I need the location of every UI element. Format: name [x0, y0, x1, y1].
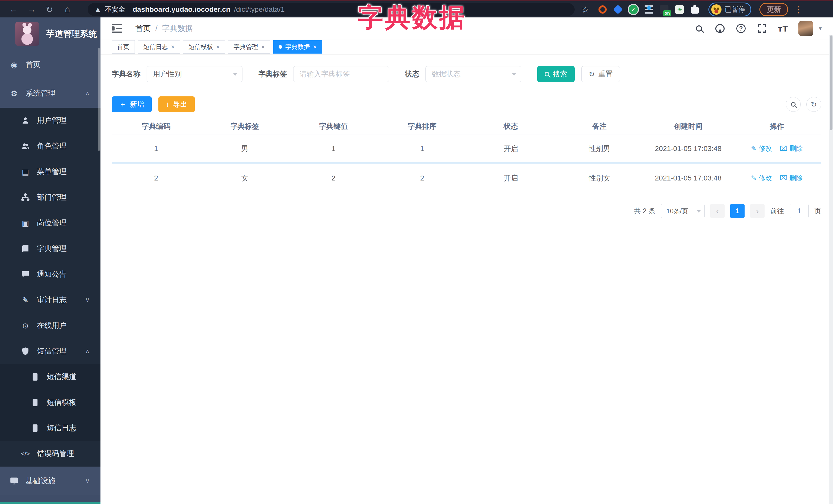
extension-icon-check[interactable]: ✓: [628, 5, 638, 14]
browser-update-button[interactable]: 更新: [759, 3, 788, 16]
profile-paused-pill[interactable]: 已暂停: [709, 3, 751, 17]
dict-tag-input[interactable]: 请输入字典标签: [293, 66, 389, 82]
status-select[interactable]: 数据状态: [426, 66, 521, 82]
tag-home[interactable]: 首页: [112, 40, 135, 54]
toggle-search-button[interactable]: [786, 97, 801, 112]
sidebar-item-audit-log[interactable]: ✎ 审计日志 ∨: [0, 287, 100, 313]
github-icon[interactable]: [714, 23, 725, 34]
forward-icon[interactable]: →: [24, 3, 40, 16]
sidebar-item-dict[interactable]: 字典管理: [0, 236, 100, 262]
sidebar-item-system[interactable]: ⚙ 系统管理 ∧: [0, 79, 100, 108]
reset-button[interactable]: ↻ 重置: [581, 66, 620, 82]
refresh-icon: ↻: [811, 100, 816, 109]
page-size-select[interactable]: 10条/页: [661, 204, 705, 218]
tag-dict-manage[interactable]: 字典管理×: [228, 40, 270, 54]
menu-list-icon: ▤: [20, 167, 31, 176]
extension-icon-sliders[interactable]: [644, 5, 653, 14]
search-icon: [791, 102, 795, 106]
scrollbar-thumb[interactable]: [830, 35, 832, 130]
font-size-icon[interactable]: тT: [777, 23, 789, 34]
dict-name-select[interactable]: 用户性别: [147, 66, 242, 82]
edit-link[interactable]: ✎修改: [751, 173, 772, 183]
sidebar-scrollbar[interactable]: [98, 48, 100, 151]
prev-page-button[interactable]: ‹: [710, 204, 724, 218]
sidebar-item-sms-template[interactable]: 短信模板: [0, 390, 100, 415]
tag-sms-log[interactable]: 短信日志×: [138, 40, 180, 54]
bookmark-star-icon[interactable]: ☆: [581, 4, 589, 15]
org-tree-icon: [20, 193, 31, 201]
page-1-button[interactable]: 1: [730, 204, 744, 218]
chevron-down-icon: [512, 73, 517, 76]
reload-icon[interactable]: ↻: [42, 3, 57, 16]
goto-page-input[interactable]: 1: [790, 204, 809, 218]
extension-icon-sprout[interactable]: ❧: [674, 5, 684, 14]
edit-link[interactable]: ✎修改: [751, 144, 772, 153]
col-status: 状态: [467, 121, 555, 131]
sidebar-item-infrastructure[interactable]: 基础设施 ∨: [0, 466, 100, 495]
tag-dict-data[interactable]: 字典数据×: [273, 40, 322, 54]
roles-icon: [20, 142, 31, 150]
search-icon: [545, 72, 549, 76]
trash-icon: ⌧: [780, 145, 787, 152]
sidebar-item-online-users[interactable]: ⊙ 在线用户: [0, 313, 100, 338]
next-page-button[interactable]: ›: [750, 204, 765, 218]
sidebar-item-error-codes[interactable]: </> 错误码管理: [0, 441, 100, 466]
browser-menu-icon[interactable]: ⋮: [794, 4, 803, 15]
col-actions: 操作: [733, 121, 821, 131]
address-bar[interactable]: ▲ 不安全 dashboard.yudao.iocoder.cn /dict/t…: [88, 3, 575, 16]
sidebar-item-users[interactable]: 用户管理: [0, 108, 100, 133]
extension-icon-orange[interactable]: [598, 5, 608, 14]
status-label: 状态: [405, 69, 419, 79]
breadcrumb-home[interactable]: 首页: [135, 23, 151, 34]
divider: [129, 6, 129, 13]
sidebar-item-departments[interactable]: 部门管理: [0, 185, 100, 210]
close-icon[interactable]: ×: [313, 43, 316, 50]
back-icon[interactable]: ←: [6, 3, 22, 16]
search-button[interactable]: 搜索: [537, 66, 575, 82]
add-button[interactable]: ＋ 新增: [112, 96, 152, 112]
search-icon[interactable]: [693, 23, 705, 34]
row-divider-highlight: [112, 162, 821, 164]
security-label[interactable]: 不安全: [105, 5, 125, 14]
sidebar-item-sms-log[interactable]: 短信日志: [0, 415, 100, 441]
close-icon[interactable]: ×: [216, 43, 220, 50]
chevron-down-icon: ∨: [85, 296, 90, 304]
sidebar-item-notices[interactable]: 通知公告: [0, 262, 100, 287]
chevron-down-icon: [233, 73, 238, 76]
caret-down-icon[interactable]: ▾: [819, 25, 822, 32]
total-count: 共 2 条: [634, 207, 656, 216]
dict-data-table: 字典编码 字典标签 字典键值 字典排序 状态 备注 创建时间 操作 1 男 1 …: [112, 118, 821, 192]
sidebar-collapse-icon[interactable]: [112, 24, 123, 33]
sidebar-item-sms[interactable]: 短信管理 ∧: [0, 338, 100, 364]
sidebar-item-home[interactable]: ◉ 首页: [0, 50, 100, 79]
close-icon[interactable]: ×: [261, 43, 265, 50]
help-icon[interactable]: ?: [735, 23, 747, 34]
monitor-icon: [8, 477, 20, 485]
sidebar-item-sms-channel[interactable]: 短信渠道: [0, 364, 100, 390]
dict-name-label: 字典名称: [112, 69, 140, 79]
delete-link[interactable]: ⌧删除: [780, 173, 803, 183]
chevron-down-icon: ∨: [85, 477, 90, 484]
extensions-puzzle-icon[interactable]: [690, 5, 700, 14]
table-row: 2 女 2 2 开启 性别女 2021-01-05 17:03:48 ✎修改 ⌧…: [112, 164, 821, 192]
delete-link[interactable]: ⌧删除: [780, 144, 803, 153]
chevron-up-icon: ∧: [85, 90, 90, 97]
sidebar: 芋道管理系统 ◉ 首页 ⚙ 系统管理 ∧ 用户管理 角色管理: [0, 18, 100, 504]
user-avatar[interactable]: [799, 21, 813, 36]
export-button[interactable]: ↓ 导出: [159, 96, 195, 112]
page-scrollbar[interactable]: [829, 35, 833, 504]
refresh-table-button[interactable]: ↻: [806, 97, 821, 112]
tag-sms-template[interactable]: 短信模板×: [183, 40, 225, 54]
sidebar-item-menus[interactable]: ▤ 菜单管理: [0, 159, 100, 185]
app-title: 芋道管理系统: [46, 28, 97, 40]
sidebar-item-roles[interactable]: 角色管理: [0, 133, 100, 159]
close-icon[interactable]: ×: [171, 43, 174, 50]
col-dict-value: 字典键值: [289, 121, 378, 131]
sidebar-logo[interactable]: 芋道管理系统: [0, 18, 100, 50]
fullscreen-icon[interactable]: [756, 23, 768, 34]
extension-icon-on-badge[interactable]: on: [659, 5, 669, 14]
table-header-row: 字典编码 字典标签 字典键值 字典排序 状态 备注 创建时间 操作: [112, 118, 821, 135]
home-icon[interactable]: ⌂: [60, 3, 75, 16]
extension-icon-gem[interactable]: [613, 5, 623, 14]
sidebar-item-posts[interactable]: ▣ 岗位管理: [0, 210, 100, 236]
